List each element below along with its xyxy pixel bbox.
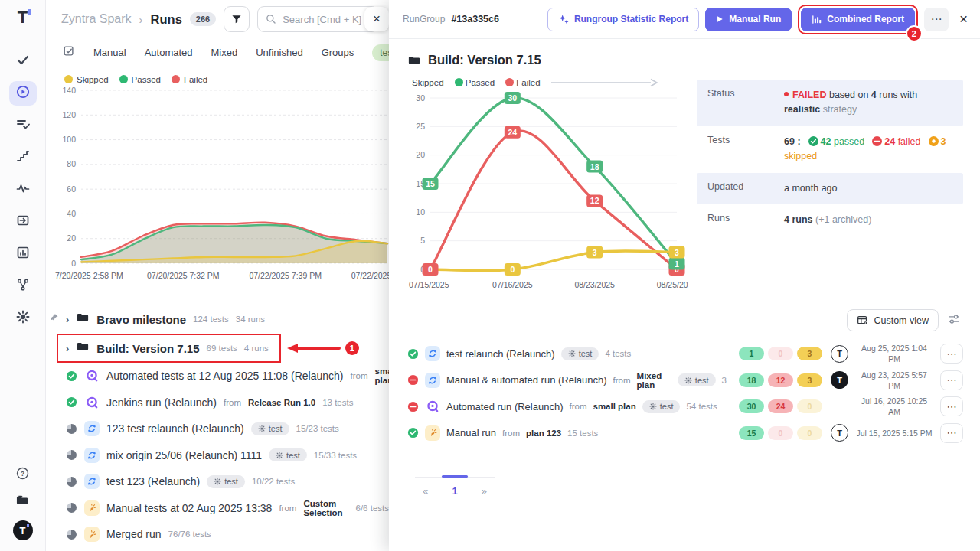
from-label: from xyxy=(502,429,520,438)
run-row[interactable]: Manual tests at 02 Aug 2025 13:38 from C… xyxy=(66,495,389,522)
svg-text:07/16/2025: 07/16/2025 xyxy=(492,280,533,289)
close-drawer-icon[interactable]: × xyxy=(959,11,968,28)
user-avatar[interactable]: T xyxy=(13,520,33,540)
filter-tag[interactable]: test work xyxy=(372,44,389,61)
svg-text:40: 40 xyxy=(67,209,76,218)
test-chip: test xyxy=(207,475,245,488)
run-row[interactable]: Manual run from plan 123 15 tests 15 0 0… xyxy=(407,420,963,447)
folder-nav-icon[interactable] xyxy=(15,494,30,510)
list-tools: Custom view xyxy=(407,309,963,331)
passed-pill: 1 xyxy=(739,347,764,360)
filter-button[interactable] xyxy=(224,6,250,32)
run-title[interactable]: test relaunch (Relaunch) xyxy=(446,348,555,360)
pagination-page-1[interactable]: 1 xyxy=(452,485,457,497)
annotation-step-2: 2 xyxy=(907,27,921,41)
run-title[interactable]: Automated run (Relaunch) xyxy=(446,401,563,412)
run-title[interactable]: Jenkins run (Relaunch) xyxy=(106,396,217,409)
sidebar-item-branches[interactable] xyxy=(9,274,37,298)
sidebar-item-reports[interactable] xyxy=(9,242,37,266)
combined-report-button[interactable]: Combined Report xyxy=(801,8,915,31)
run-row[interactable]: test 123 (Relaunch) test 10/22 tests xyxy=(66,468,389,495)
svg-text:120: 120 xyxy=(62,110,76,119)
sidebar-nav xyxy=(9,49,37,331)
run-date: Aug 23, 2025 5:57 PM xyxy=(854,370,934,391)
group-title[interactable]: Build: Version 7.15 xyxy=(96,342,199,355)
run-title[interactable]: Manual & automated run (Relaunch) xyxy=(446,374,607,386)
search-input[interactable] xyxy=(283,14,370,25)
run-group-row-highlighted[interactable]: › Build: Version 7.15 69 tests 4 runs 1 xyxy=(57,334,281,363)
display-settings-icon[interactable] xyxy=(948,313,960,328)
run-group-row[interactable]: › Bravo milestone 124 tests 34 runs xyxy=(66,305,265,334)
from-plan[interactable]: Mixed plan xyxy=(637,371,671,390)
pagination: « 1 » xyxy=(415,477,495,497)
run-row[interactable]: Automated run (Relaunch) from small plan… xyxy=(407,393,963,420)
breadcrumb-project[interactable]: Zyntra Spark xyxy=(61,12,132,26)
run-title[interactable]: Merged run xyxy=(106,528,162,540)
row-menu-button[interactable]: ⋯ xyxy=(940,370,963,390)
group-trend-chart: Skipped Passed Failed 05101520253007/15/… xyxy=(407,78,697,297)
tab-unfinished[interactable]: Unfinished xyxy=(256,47,302,58)
breadcrumb-separator: › xyxy=(139,13,143,26)
run-row[interactable]: 123 test relaunch (Relaunch) test 15/23 … xyxy=(66,416,389,442)
row-menu-button[interactable]: ⋯ xyxy=(940,396,963,416)
from-plan[interactable]: Release Run 1.0 xyxy=(248,398,315,407)
search-clear-button[interactable]: × xyxy=(364,7,389,31)
tab-automated[interactable]: Automated xyxy=(145,47,193,58)
rungroup-id: #13a335c6 xyxy=(451,14,499,24)
pending-status-icon xyxy=(66,476,77,487)
sidebar-item-pulse[interactable] xyxy=(9,178,37,202)
gear-icon xyxy=(276,452,283,459)
sidebar-item-plans[interactable] xyxy=(9,113,37,138)
sidebar-item-runs[interactable] xyxy=(9,81,37,106)
run-tests-count: 10/22 tests xyxy=(252,477,295,486)
svg-text:24: 24 xyxy=(508,128,517,137)
svg-text:08/23/2025: 08/23/2025 xyxy=(574,280,615,289)
chevron-right-icon[interactable]: › xyxy=(66,343,69,354)
sidebar-item-milestones[interactable] xyxy=(9,145,37,170)
help-icon[interactable]: ? xyxy=(16,467,29,483)
pagination-next[interactable]: » xyxy=(482,485,487,497)
run-row[interactable]: Manual & automated run (Relaunch) from M… xyxy=(407,367,963,394)
run-row[interactable]: test relaunch (Relaunch) test 4 tests 1 … xyxy=(407,341,963,367)
rungroup-statistic-report-button[interactable]: Rungroup Statistic Report xyxy=(547,8,699,31)
row-menu-button[interactable]: ⋯ xyxy=(940,344,963,364)
run-row[interactable]: mix origin 25/06 (Relaunch) 1111 test 15… xyxy=(66,442,389,469)
tab-mixed[interactable]: Mixed xyxy=(211,47,238,58)
skipped-dot-icon xyxy=(929,136,939,146)
run-title[interactable]: test 123 (Relaunch) xyxy=(106,475,200,487)
group-title[interactable]: Bravo milestone xyxy=(96,313,186,326)
manual-run-button[interactable]: Manual Run xyxy=(705,8,792,31)
run-row[interactable]: Automated tests at 12 Aug 2025 11:08 (Re… xyxy=(66,363,389,390)
chevron-right-icon[interactable]: › xyxy=(66,314,69,325)
custom-view-button[interactable]: Custom view xyxy=(847,309,939,331)
from-plan[interactable]: small plan xyxy=(375,367,389,385)
run-title[interactable]: Automated tests at 12 Aug 2025 11:08 (Re… xyxy=(106,370,344,382)
runs-page: Zyntra Spark › Runs 266 × Manual Automat… xyxy=(46,0,389,551)
box-arrow-icon xyxy=(16,214,30,230)
run-title[interactable]: Manual run xyxy=(446,427,496,439)
from-plan[interactable]: Custom Selection xyxy=(303,499,348,517)
pagination-prev[interactable]: « xyxy=(423,485,428,497)
svg-text:20: 20 xyxy=(416,150,425,159)
rungroup-info: Status FAILED based on 4 runs with reali… xyxy=(697,80,963,297)
from-plan[interactable]: plan 123 xyxy=(526,429,561,438)
sidebar-item-tests[interactable] xyxy=(9,49,37,73)
select-all-icon[interactable] xyxy=(63,45,75,60)
from-label: from xyxy=(351,371,368,380)
run-row[interactable]: Merged run 76/76 tests xyxy=(66,521,389,548)
more-actions-button[interactable]: ⋯ xyxy=(924,8,949,31)
row-menu-button[interactable]: ⋯ xyxy=(940,423,963,443)
run-row[interactable]: Jenkins run (Relaunch) from Release Run … xyxy=(66,390,389,416)
sidebar-bottom: ? T xyxy=(13,467,33,540)
passed-pill: 30 xyxy=(739,399,764,413)
run-title[interactable]: Manual tests at 02 Aug 2025 13:38 xyxy=(106,502,272,514)
run-title[interactable]: 123 test relaunch (Relaunch) xyxy=(106,422,244,435)
sidebar-item-settings[interactable] xyxy=(9,306,37,331)
failed-pill: 12 xyxy=(768,373,793,387)
sidebar-item-import[interactable] xyxy=(9,210,37,234)
svg-text:30: 30 xyxy=(508,93,517,103)
tab-manual[interactable]: Manual xyxy=(93,47,126,58)
tab-groups[interactable]: Groups xyxy=(322,47,354,58)
run-title[interactable]: mix origin 25/06 (Relaunch) 1111 xyxy=(106,449,262,461)
from-plan[interactable]: small plan xyxy=(593,402,635,411)
